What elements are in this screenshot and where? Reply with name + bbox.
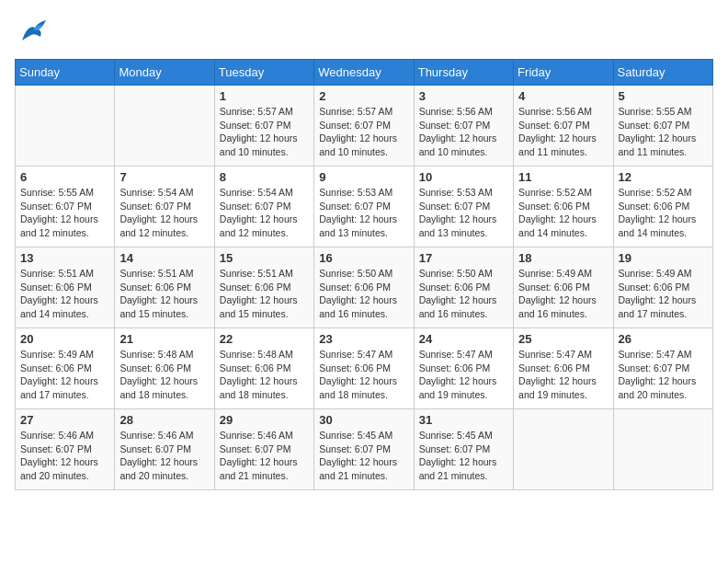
calendar-cell: 22Sunrise: 5:48 AM Sunset: 6:06 PM Dayli… (214, 328, 313, 409)
day-info: Sunrise: 5:50 AM Sunset: 6:06 PM Dayligh… (419, 267, 508, 321)
calendar-cell: 27Sunrise: 5:46 AM Sunset: 6:07 PM Dayli… (16, 409, 115, 490)
calendar-cell: 25Sunrise: 5:47 AM Sunset: 6:06 PM Dayli… (514, 328, 613, 409)
calendar-cell (16, 86, 115, 167)
day-info: Sunrise: 5:54 AM Sunset: 6:07 PM Dayligh… (220, 186, 309, 240)
calendar-cell: 30Sunrise: 5:45 AM Sunset: 6:07 PM Dayli… (314, 409, 414, 490)
calendar-week-1: 1Sunrise: 5:57 AM Sunset: 6:07 PM Daylig… (16, 86, 713, 167)
calendar-cell: 1Sunrise: 5:57 AM Sunset: 6:07 PM Daylig… (214, 86, 313, 167)
calendar-cell: 15Sunrise: 5:51 AM Sunset: 6:06 PM Dayli… (214, 247, 313, 328)
calendar-cell: 28Sunrise: 5:46 AM Sunset: 6:07 PM Dayli… (115, 409, 214, 490)
calendar-cell: 11Sunrise: 5:52 AM Sunset: 6:06 PM Dayli… (514, 167, 613, 247)
weekday-header-wednesday: Wednesday (314, 60, 414, 86)
calendar-cell: 7Sunrise: 5:54 AM Sunset: 6:07 PM Daylig… (115, 167, 214, 247)
day-number: 8 (220, 170, 309, 184)
day-info: Sunrise: 5:46 AM Sunset: 6:07 PM Dayligh… (220, 429, 309, 483)
calendar-week-3: 13Sunrise: 5:51 AM Sunset: 6:06 PM Dayli… (16, 247, 713, 328)
day-number: 19 (619, 251, 708, 265)
day-number: 20 (20, 332, 109, 346)
day-info: Sunrise: 5:57 AM Sunset: 6:07 PM Dayligh… (220, 105, 309, 159)
calendar-cell (115, 86, 214, 167)
day-number: 23 (319, 332, 408, 346)
day-info: Sunrise: 5:54 AM Sunset: 6:07 PM Dayligh… (119, 186, 209, 240)
calendar-cell: 13Sunrise: 5:51 AM Sunset: 6:06 PM Dayli… (16, 247, 115, 328)
day-info: Sunrise: 5:53 AM Sunset: 6:07 PM Dayligh… (419, 186, 508, 240)
day-number: 17 (419, 251, 508, 265)
day-info: Sunrise: 5:51 AM Sunset: 6:06 PM Dayligh… (220, 267, 309, 321)
day-number: 26 (619, 332, 708, 346)
day-number: 22 (220, 332, 309, 346)
calendar-cell: 16Sunrise: 5:50 AM Sunset: 6:06 PM Dayli… (314, 247, 414, 328)
logo-icon (15, 15, 51, 52)
calendar-cell: 2Sunrise: 5:57 AM Sunset: 6:07 PM Daylig… (314, 86, 414, 167)
calendar-cell: 26Sunrise: 5:47 AM Sunset: 6:07 PM Dayli… (613, 328, 712, 409)
calendar-cell: 10Sunrise: 5:53 AM Sunset: 6:07 PM Dayli… (414, 167, 513, 247)
day-info: Sunrise: 5:52 AM Sunset: 6:06 PM Dayligh… (619, 186, 708, 240)
day-info: Sunrise: 5:57 AM Sunset: 6:07 PM Dayligh… (319, 105, 408, 159)
day-info: Sunrise: 5:47 AM Sunset: 6:06 PM Dayligh… (419, 348, 508, 402)
calendar-cell: 23Sunrise: 5:47 AM Sunset: 6:06 PM Dayli… (314, 328, 414, 409)
day-number: 15 (220, 251, 309, 265)
day-number: 2 (319, 89, 408, 103)
day-number: 6 (20, 170, 109, 184)
day-number: 30 (319, 413, 408, 427)
day-number: 10 (419, 170, 508, 184)
calendar-week-2: 6Sunrise: 5:55 AM Sunset: 6:07 PM Daylig… (16, 167, 713, 247)
day-info: Sunrise: 5:51 AM Sunset: 6:06 PM Dayligh… (119, 267, 209, 321)
day-number: 16 (319, 251, 408, 265)
day-number: 27 (20, 413, 109, 427)
weekday-row: SundayMondayTuesdayWednesdayThursdayFrid… (16, 60, 713, 86)
day-info: Sunrise: 5:55 AM Sunset: 6:07 PM Dayligh… (20, 186, 109, 240)
weekday-header-saturday: Saturday (613, 60, 712, 86)
day-number: 1 (220, 89, 309, 103)
day-number: 5 (619, 89, 708, 103)
weekday-header-sunday: Sunday (16, 60, 115, 86)
calendar-body: 1Sunrise: 5:57 AM Sunset: 6:07 PM Daylig… (16, 86, 713, 490)
calendar-header: SundayMondayTuesdayWednesdayThursdayFrid… (16, 60, 713, 86)
calendar-cell: 20Sunrise: 5:49 AM Sunset: 6:06 PM Dayli… (16, 328, 115, 409)
calendar-cell: 19Sunrise: 5:49 AM Sunset: 6:06 PM Dayli… (613, 247, 712, 328)
day-number: 21 (119, 332, 209, 346)
day-info: Sunrise: 5:56 AM Sunset: 6:07 PM Dayligh… (419, 105, 508, 159)
calendar-cell: 4Sunrise: 5:56 AM Sunset: 6:07 PM Daylig… (514, 86, 613, 167)
day-number: 13 (20, 251, 109, 265)
calendar-cell: 29Sunrise: 5:46 AM Sunset: 6:07 PM Dayli… (214, 409, 313, 490)
day-info: Sunrise: 5:49 AM Sunset: 6:06 PM Dayligh… (619, 267, 708, 321)
weekday-header-tuesday: Tuesday (214, 60, 313, 86)
day-info: Sunrise: 5:53 AM Sunset: 6:07 PM Dayligh… (319, 186, 408, 240)
day-info: Sunrise: 5:47 AM Sunset: 6:06 PM Dayligh… (319, 348, 408, 402)
day-number: 9 (319, 170, 408, 184)
day-info: Sunrise: 5:52 AM Sunset: 6:06 PM Dayligh… (518, 186, 608, 240)
calendar-cell: 5Sunrise: 5:55 AM Sunset: 6:07 PM Daylig… (613, 86, 712, 167)
day-number: 29 (220, 413, 309, 427)
calendar-cell: 8Sunrise: 5:54 AM Sunset: 6:07 PM Daylig… (214, 167, 313, 247)
day-info: Sunrise: 5:48 AM Sunset: 6:06 PM Dayligh… (119, 348, 209, 402)
day-number: 4 (518, 89, 608, 103)
day-info: Sunrise: 5:47 AM Sunset: 6:06 PM Dayligh… (518, 348, 608, 402)
calendar-cell: 24Sunrise: 5:47 AM Sunset: 6:06 PM Dayli… (414, 328, 513, 409)
day-info: Sunrise: 5:46 AM Sunset: 6:07 PM Dayligh… (119, 429, 209, 483)
day-info: Sunrise: 5:45 AM Sunset: 6:07 PM Dayligh… (419, 429, 508, 483)
day-info: Sunrise: 5:49 AM Sunset: 6:06 PM Dayligh… (20, 348, 109, 402)
calendar-cell: 3Sunrise: 5:56 AM Sunset: 6:07 PM Daylig… (414, 86, 513, 167)
calendar-cell: 31Sunrise: 5:45 AM Sunset: 6:07 PM Dayli… (414, 409, 513, 490)
calendar-cell (514, 409, 613, 490)
day-info: Sunrise: 5:56 AM Sunset: 6:07 PM Dayligh… (518, 105, 608, 159)
day-number: 25 (518, 332, 608, 346)
day-number: 28 (119, 413, 209, 427)
day-number: 31 (419, 413, 508, 427)
logo (15, 15, 55, 52)
calendar-cell: 18Sunrise: 5:49 AM Sunset: 6:06 PM Dayli… (514, 247, 613, 328)
weekday-header-friday: Friday (514, 60, 613, 86)
day-info: Sunrise: 5:51 AM Sunset: 6:06 PM Dayligh… (20, 267, 109, 321)
day-number: 3 (419, 89, 508, 103)
weekday-header-monday: Monday (115, 60, 214, 86)
weekday-header-thursday: Thursday (414, 60, 513, 86)
day-info: Sunrise: 5:55 AM Sunset: 6:07 PM Dayligh… (619, 105, 708, 159)
day-info: Sunrise: 5:45 AM Sunset: 6:07 PM Dayligh… (319, 429, 408, 483)
calendar-week-4: 20Sunrise: 5:49 AM Sunset: 6:06 PM Dayli… (16, 328, 713, 409)
day-info: Sunrise: 5:48 AM Sunset: 6:06 PM Dayligh… (220, 348, 309, 402)
calendar-cell: 12Sunrise: 5:52 AM Sunset: 6:06 PM Dayli… (613, 167, 712, 247)
calendar-cell: 6Sunrise: 5:55 AM Sunset: 6:07 PM Daylig… (16, 167, 115, 247)
day-number: 7 (119, 170, 209, 184)
day-info: Sunrise: 5:50 AM Sunset: 6:06 PM Dayligh… (319, 267, 408, 321)
